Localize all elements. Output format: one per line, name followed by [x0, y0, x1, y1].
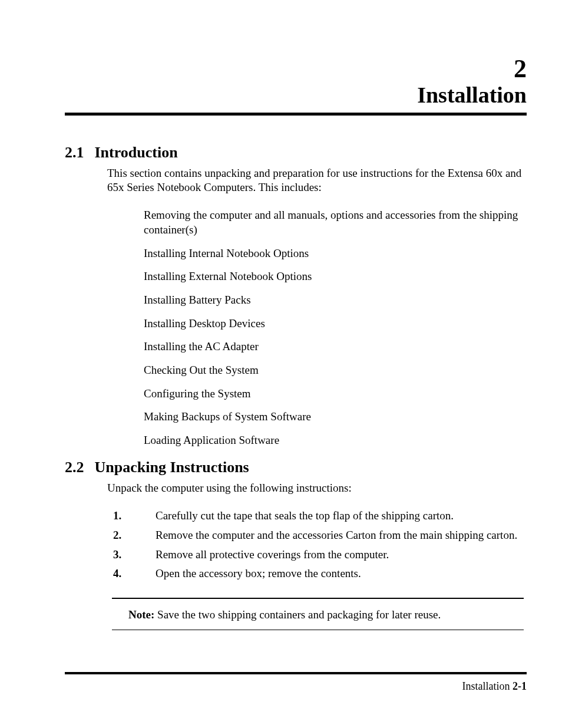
- step-text: Remove the computer and the accessories …: [156, 528, 527, 543]
- section-heading-2-2: 2.2Unpacking Instructions: [65, 459, 527, 476]
- list-item: Installing Internal Notebook Options: [144, 246, 527, 261]
- page-footer: Installation 2-1: [65, 672, 527, 693]
- section-number: 2.2: [65, 459, 84, 476]
- step-text: Carefully cut the tape that seals the to…: [156, 508, 527, 523]
- footer-rule: [65, 672, 527, 674]
- chapter-title: Installation: [65, 83, 527, 108]
- list-item: Installing the AC Adapter: [144, 340, 527, 354]
- list-item: 2. Remove the computer and the accessori…: [113, 528, 527, 543]
- note-rule-bottom: [112, 630, 524, 630]
- list-item: Loading Application Software: [144, 433, 527, 448]
- list-item: 4. Open the accessory box; remove the co…: [113, 566, 527, 581]
- footer-text: Installation 2-1: [65, 680, 527, 693]
- section-intro: Unpack the computer using the following …: [107, 481, 527, 496]
- step-number: 3.: [113, 547, 156, 562]
- section-heading-2-1: 2.1Introduction: [65, 144, 527, 162]
- footer-page-number: 2-1: [513, 680, 527, 692]
- list-item: Configuring the System: [144, 387, 527, 401]
- header-rule: [65, 113, 527, 116]
- list-item: Installing External Notebook Options: [144, 269, 527, 284]
- list-item: Installing Battery Packs: [144, 293, 527, 308]
- chapter-header: 2 Installation: [65, 56, 527, 108]
- list-item: Making Backups of System Software: [144, 410, 527, 424]
- section-number: 2.1: [65, 144, 84, 162]
- list-item: Installing Desktop Devices: [144, 317, 527, 331]
- step-number: 4.: [113, 566, 156, 581]
- step-text: Open the accessory box; remove the conte…: [156, 566, 527, 581]
- step-text: Remove all protective coverings from the…: [156, 547, 527, 562]
- note-box: Note: Save the two shipping containers a…: [112, 598, 524, 630]
- section-title: Introduction: [95, 144, 178, 161]
- list-item: Checking Out the System: [144, 363, 527, 378]
- section-title: Unpacking Instructions: [95, 459, 249, 476]
- step-number: 1.: [113, 508, 156, 523]
- step-number: 2.: [113, 528, 156, 543]
- list-item: 1. Carefully cut the tape that seals the…: [113, 508, 527, 523]
- bullet-list: Removing the computer and all manuals, o…: [144, 208, 527, 448]
- note-label: Note:: [128, 608, 154, 621]
- list-item: 3. Remove all protective coverings from …: [113, 547, 527, 562]
- footer-section: Installation: [462, 680, 510, 692]
- note-content: Note: Save the two shipping containers a…: [112, 608, 524, 621]
- numbered-list: 1. Carefully cut the tape that seals the…: [113, 508, 527, 581]
- note-rule-top: [112, 598, 524, 599]
- note-text: Save the two shipping containers and pac…: [154, 608, 441, 621]
- section-intro: This section contains unpacking and prep…: [107, 166, 527, 195]
- list-item: Removing the computer and all manuals, o…: [144, 208, 527, 237]
- chapter-number: 2: [65, 56, 527, 82]
